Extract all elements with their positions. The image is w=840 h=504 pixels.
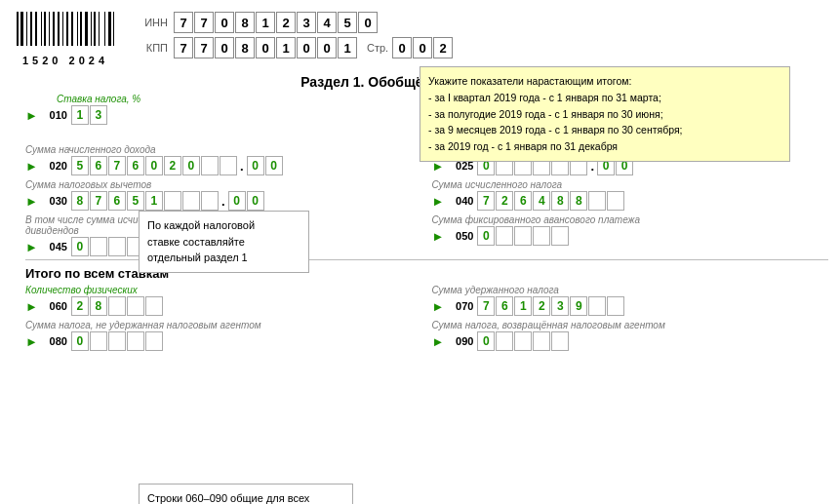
kpp-d7: 0 xyxy=(297,37,316,58)
inn-d6: 2 xyxy=(276,12,296,33)
row-030: ► 030 8 7 6 5 1 . 0 0 xyxy=(25,191,422,211)
tooltip-stavka: По каждой налоговойставке составляйтеотд… xyxy=(139,211,309,273)
arrow-045: ► xyxy=(25,240,38,254)
arrow-050: ► xyxy=(432,229,445,244)
str-d1: 0 xyxy=(392,37,412,58)
label-060: Количество физических xyxy=(25,285,422,295)
col-070: Сумма удержанного налога ► 070 7 6 1 2 3… xyxy=(432,285,829,316)
kpp-d8: 0 xyxy=(317,37,337,58)
barcode-area: 1520 2024 xyxy=(12,8,119,66)
box-010-1: 1 xyxy=(71,105,89,125)
rownum-010: 010 xyxy=(40,109,67,121)
arrow-010: ► xyxy=(25,108,38,123)
kpp-d6: 1 xyxy=(276,37,296,58)
inn-d8: 4 xyxy=(317,12,337,33)
label-080: Сумма налога, не удержанная налоговым аг… xyxy=(25,320,422,330)
row-060: ► 060 2 8 xyxy=(25,296,422,316)
rows-060-070: Количество физических ► 060 2 8 Сумма уд… xyxy=(25,285,828,316)
tooltip-stavka-text: По каждой налоговойставке составляйтеотд… xyxy=(147,219,255,263)
kpp-d5: 0 xyxy=(256,37,275,58)
kpp-d3: 0 xyxy=(215,37,234,58)
rownum-090: 090 xyxy=(446,335,473,347)
str-d3: 2 xyxy=(433,37,453,58)
arrow-090: ► xyxy=(432,334,445,349)
row-040: ► 040 7 2 6 4 8 8 xyxy=(432,191,829,211)
input-030: 8 7 6 5 1 xyxy=(71,191,219,211)
arrow-030: ► xyxy=(25,194,38,209)
inn-d5: 1 xyxy=(256,12,275,33)
col-060: Количество физических ► 060 2 8 xyxy=(25,285,422,316)
col-020: Сумма начисленного дохода ► 020 5 6 7 6 … xyxy=(25,144,422,175)
barcode-number: 1520 2024 xyxy=(22,55,108,66)
dec-020: 0 0 xyxy=(247,156,283,175)
rows-080-090: Сумма налога, не удержанная налоговым аг… xyxy=(25,320,828,351)
dot-020: . xyxy=(240,159,244,174)
label-040: Сумма исчисленного налога xyxy=(432,179,829,190)
label-050: Сумма фиксированного авансового платежа xyxy=(432,214,829,225)
input-080: 0 xyxy=(71,331,163,351)
kpp-d1: 7 xyxy=(174,37,193,58)
arrow-080: ► xyxy=(25,334,38,349)
input-070: 7 6 1 2 3 9 xyxy=(477,296,624,316)
kpp-d4: 8 xyxy=(235,37,255,58)
rownum-020: 020 xyxy=(40,160,67,172)
input-090: 0 xyxy=(477,331,569,351)
str-d2: 0 xyxy=(413,37,432,58)
arrow-070: ► xyxy=(432,299,445,314)
col-050: Сумма фиксированного авансового платежа … xyxy=(432,214,829,256)
col-090: Сумма налога, возвращённая налоговым аге… xyxy=(432,320,829,351)
rownum-050: 050 xyxy=(446,230,473,242)
inn-d7: 3 xyxy=(297,12,316,33)
rownum-070: 070 xyxy=(446,300,473,312)
input-010: 1 3 xyxy=(71,105,107,125)
row-020: ► 020 5 6 7 6 0 2 0 . 0 xyxy=(25,156,422,175)
row-050: ► 050 0 xyxy=(432,226,829,246)
dec-030: 0 0 xyxy=(228,191,264,211)
rownum-060: 060 xyxy=(40,300,67,312)
kpp-d2: 7 xyxy=(194,37,214,58)
tooltip-060-090: Строки 060–090 общие для всехразделов 1.… xyxy=(139,484,353,504)
arrow-020: ► xyxy=(25,159,38,174)
inn-d1: 7 xyxy=(174,12,193,33)
inn-digits: 7 7 0 8 1 2 3 4 5 0 xyxy=(174,12,378,33)
input-040: 7 2 6 4 8 8 xyxy=(477,191,624,211)
inn-d4: 8 xyxy=(235,12,255,33)
rownum-045: 045 xyxy=(40,241,67,252)
label-030: Сумма налоговых вычетов xyxy=(25,179,422,190)
row-070: ► 070 7 6 1 2 3 9 xyxy=(432,296,829,316)
kpp-label: КПП xyxy=(139,42,168,54)
dot-030: . xyxy=(221,194,225,209)
label-020: Сумма начисленного дохода xyxy=(25,144,422,155)
label-070: Сумма удержанного налога xyxy=(432,285,829,295)
col-040: Сумма исчисленного налога ► 040 7 2 6 4 … xyxy=(432,179,829,211)
inn-label: ИНН xyxy=(139,17,168,28)
label-090: Сумма налога, возвращённая налоговым аге… xyxy=(432,320,829,330)
input-060: 2 8 xyxy=(71,296,163,316)
input-020: 5 6 7 6 0 2 0 xyxy=(71,156,237,175)
rownum-030: 030 xyxy=(40,195,67,207)
col-030: Сумма налоговых вычетов ► 030 8 7 6 5 1 xyxy=(25,179,422,211)
rows-030-040: Сумма налоговых вычетов ► 030 8 7 6 5 1 xyxy=(25,179,828,211)
row-090: ► 090 0 xyxy=(432,331,829,351)
inn-kpp-area: ИНН 7 7 0 8 1 2 3 4 5 0 КПП 7 7 xyxy=(139,12,828,62)
str-label: Стр. xyxy=(367,42,388,54)
str-digits: 0 0 2 xyxy=(392,37,453,58)
tooltip-instructions: Укажите показатели нарастающим итогом: -… xyxy=(420,66,790,162)
box-010-2: 3 xyxy=(90,105,107,125)
arrow-040: ► xyxy=(432,194,445,209)
inn-d3: 0 xyxy=(215,12,234,33)
rownum-040: 040 xyxy=(446,195,473,207)
col-080: Сумма налога, не удержанная налоговым аг… xyxy=(25,320,422,351)
inn-d9: 5 xyxy=(338,12,357,33)
kpp-d9: 1 xyxy=(338,37,357,58)
input-050: 0 xyxy=(477,226,569,246)
inn-d2: 7 xyxy=(194,12,214,33)
row-080: ► 080 0 xyxy=(25,331,422,351)
inn-d10: 0 xyxy=(358,12,378,33)
tooltip-060-090-text: Строки 060–090 общие для всехразделов 1.… xyxy=(147,492,323,504)
arrow-060: ► xyxy=(25,299,38,314)
barcode-image xyxy=(17,12,114,46)
rownum-080: 080 xyxy=(40,335,67,347)
tooltip-instructions-text: Укажите показатели нарастающим итогом: -… xyxy=(428,75,683,152)
kpp-digits: 7 7 0 8 0 1 0 0 1 xyxy=(174,37,357,58)
